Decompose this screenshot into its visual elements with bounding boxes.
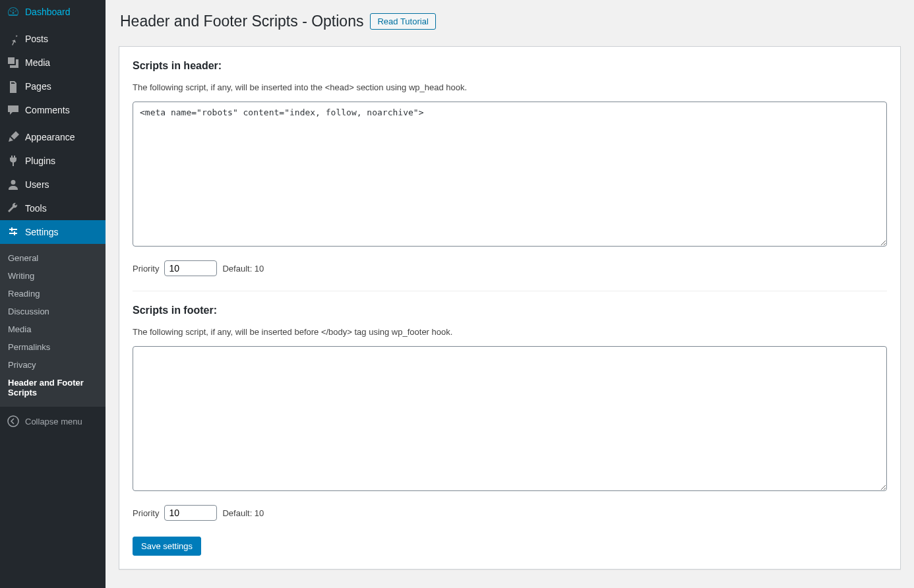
pin-icon bbox=[7, 32, 20, 45]
collapse-icon bbox=[7, 415, 20, 428]
sidebar-item-label: Pages bbox=[25, 81, 51, 92]
footer-scripts-textarea[interactable] bbox=[133, 346, 887, 491]
footer-scripts-section: Scripts in footer: The following script,… bbox=[133, 291, 887, 521]
submenu-item-reading[interactable]: Reading bbox=[0, 285, 106, 303]
submenu-item-header-footer-scripts[interactable]: Header and Footer Scripts bbox=[0, 374, 106, 401]
sidebar-item-media[interactable]: Media bbox=[0, 51, 106, 74]
sidebar-item-dashboard[interactable]: Dashboard bbox=[0, 0, 106, 24]
options-panel: Scripts in header: The following script,… bbox=[119, 46, 901, 570]
header-scripts-textarea[interactable] bbox=[133, 102, 887, 247]
admin-sidebar: Dashboard Posts Media Pages Comments App… bbox=[0, 0, 106, 588]
sidebar-item-label: Posts bbox=[25, 34, 48, 44]
header-section-heading: Scripts in header: bbox=[133, 47, 887, 74]
sidebar-item-pages[interactable]: Pages bbox=[0, 74, 106, 98]
dashboard-icon bbox=[7, 5, 20, 18]
pages-icon bbox=[7, 80, 20, 93]
sidebar-item-label: Comments bbox=[25, 105, 70, 115]
settings-submenu: General Writing Reading Discussion Media… bbox=[0, 244, 106, 407]
appearance-icon bbox=[7, 131, 20, 144]
sidebar-item-comments[interactable]: Comments bbox=[0, 98, 106, 122]
comments-icon bbox=[7, 103, 20, 117]
sidebar-item-label: Tools bbox=[25, 203, 47, 214]
sidebar-item-label: Appearance bbox=[25, 132, 75, 142]
submenu-item-writing[interactable]: Writing bbox=[0, 267, 106, 285]
footer-priority-input[interactable] bbox=[164, 505, 217, 521]
sidebar-item-label: Users bbox=[25, 179, 49, 190]
collapse-menu[interactable]: Collapse menu bbox=[0, 409, 106, 433]
users-icon bbox=[7, 178, 20, 191]
submenu-item-media[interactable]: Media bbox=[0, 320, 106, 338]
sidebar-item-settings[interactable]: Settings bbox=[0, 220, 106, 244]
footer-section-heading: Scripts in footer: bbox=[133, 291, 887, 319]
sidebar-item-posts[interactable]: Posts bbox=[0, 27, 106, 51]
plugins-icon bbox=[7, 154, 20, 167]
header-priority-input[interactable] bbox=[164, 260, 217, 276]
save-settings-button[interactable]: Save settings bbox=[133, 537, 201, 556]
submenu-item-privacy[interactable]: Privacy bbox=[0, 356, 106, 374]
footer-priority-default: Default: 10 bbox=[222, 508, 264, 518]
media-icon bbox=[7, 56, 20, 69]
footer-priority-label: Priority bbox=[133, 508, 159, 518]
sidebar-item-users[interactable]: Users bbox=[0, 173, 106, 196]
header-scripts-section: Scripts in header: The following script,… bbox=[133, 47, 887, 276]
footer-section-description: The following script, if any, will be in… bbox=[133, 319, 887, 346]
header-priority-default: Default: 10 bbox=[222, 264, 264, 274]
collapse-label: Collapse menu bbox=[25, 417, 82, 426]
main-content: Header and Footer Scripts - Options Read… bbox=[106, 0, 914, 588]
svg-point-0 bbox=[8, 416, 18, 426]
submenu-item-discussion[interactable]: Discussion bbox=[0, 303, 106, 320]
sidebar-item-label: Plugins bbox=[25, 156, 55, 166]
submenu-item-permalinks[interactable]: Permalinks bbox=[0, 338, 106, 356]
header-priority-label: Priority bbox=[133, 264, 159, 274]
header-section-description: The following script, if any, will be in… bbox=[133, 74, 887, 102]
sidebar-item-tools[interactable]: Tools bbox=[0, 196, 106, 220]
sidebar-item-label: Dashboard bbox=[25, 7, 71, 17]
page-title: Header and Footer Scripts - Options bbox=[120, 13, 363, 30]
read-tutorial-button[interactable]: Read Tutorial bbox=[370, 13, 435, 30]
sidebar-item-appearance[interactable]: Appearance bbox=[0, 125, 106, 149]
tools-icon bbox=[7, 202, 20, 215]
sidebar-item-plugins[interactable]: Plugins bbox=[0, 149, 106, 173]
settings-icon bbox=[7, 225, 20, 239]
submenu-item-general[interactable]: General bbox=[0, 249, 106, 267]
sidebar-item-label: Settings bbox=[25, 227, 59, 237]
sidebar-item-label: Media bbox=[25, 57, 50, 68]
